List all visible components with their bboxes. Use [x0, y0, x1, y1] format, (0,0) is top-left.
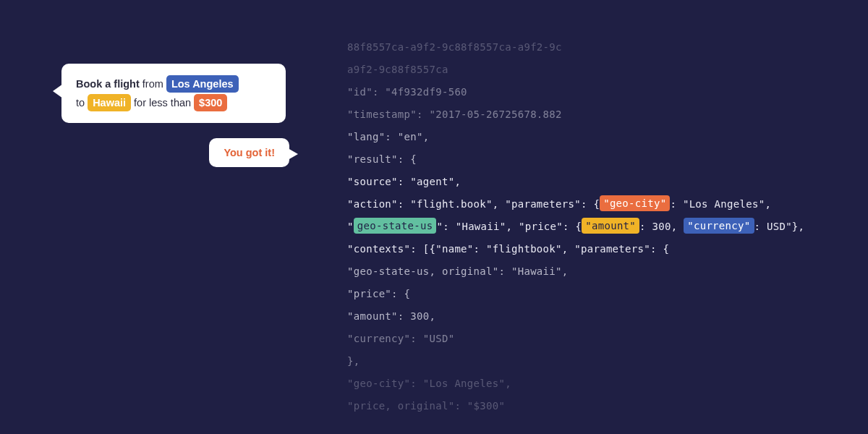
code-line: "lang": "en", [347, 126, 839, 148]
user-message-bubble: Book a flight from Los Angeles to Hawaii… [61, 64, 286, 123]
code-line: "price, original": "$300" [347, 395, 839, 417]
user-intro-bold: Book a flight [76, 78, 140, 90]
user-line2-pre: to [76, 97, 88, 109]
code-line: "source": "agent", [347, 171, 839, 193]
code-line: "currency": "USD" [347, 328, 839, 350]
price-tag: $300 [194, 94, 227, 111]
json-response-panel: 88f8557ca-a9f2-9c88f8557ca-a9f2-9c a9f2-… [347, 36, 839, 417]
code-line: "geo-state-us": "Hawaii", "price": {"amo… [347, 216, 839, 238]
code-line: 88f8557ca-a9f2-9c88f8557ca-a9f2-9c [347, 36, 839, 59]
city-tag: Los Angeles [166, 75, 239, 93]
segment: : USD"}, [754, 221, 805, 232]
code-line: "amount": 300, [347, 305, 839, 328]
hl-currency: "currency" [684, 218, 754, 234]
bot-message-bubble: You got it! [209, 138, 289, 167]
code-line: "action": "flight.book", "parameters": {… [347, 193, 839, 216]
bot-text: You got it! [224, 147, 275, 158]
hl-amount: "amount" [582, 218, 639, 234]
code-line: "result": { [347, 148, 839, 171]
code-line: "geo-state-us, original": "Hawaii", [347, 260, 839, 283]
chat-panel: Book a flight from Los Angeles to Hawaii… [43, 64, 297, 123]
code-line: a9f2-9c88f8557ca [347, 59, 839, 81]
segment: " [347, 221, 354, 232]
segment: "action": "flight.book", "parameters": { [347, 198, 600, 210]
code-line: "timestamp": "2017-05-26725678.882 [347, 103, 839, 126]
hl-geo-state-us: geo-state-us [354, 218, 437, 234]
code-line: "id": "4f932df9-560 [347, 81, 839, 103]
code-line: "price": { [347, 283, 839, 305]
code-line: }, [347, 350, 839, 373]
hl-geo-city: "geo-city" [600, 195, 670, 211]
state-tag: Hawaii [88, 94, 131, 111]
code-line: "geo-city": "Los Angeles", [347, 373, 839, 395]
user-line2-mid: for less than [131, 97, 194, 109]
segment: ": "Hawaii", "price": { [436, 221, 582, 232]
segment: : "Los Angeles", [670, 198, 771, 210]
segment: : 300, [639, 221, 684, 232]
user-intro-rest: from [140, 78, 166, 90]
code-line: "contexts": [{"name": "flightbook", "par… [347, 238, 839, 260]
